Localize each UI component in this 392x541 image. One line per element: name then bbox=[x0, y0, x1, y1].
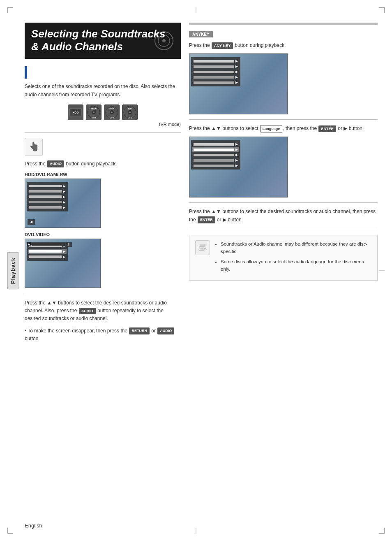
description-text: Selects one of the soundtracks recorded … bbox=[25, 83, 181, 98]
hand-icon bbox=[25, 138, 43, 156]
divider-right-3 bbox=[189, 229, 378, 229]
dvd-screenshot-label: DVD-VIDEO bbox=[25, 232, 181, 237]
hdd-screenshot: ▶ ▶ ▶ ▶ bbox=[25, 179, 101, 228]
dvd-rw-icon: DVD RW bbox=[122, 104, 138, 120]
right-screenshot-2: ▶ ▶ ▶ ▶ bbox=[189, 137, 288, 197]
right-screenshot-2-container: ▶ ▶ ▶ ▶ bbox=[189, 137, 378, 197]
r2-menu-row-1: ▶ bbox=[192, 142, 239, 147]
center-mark-bottom bbox=[196, 528, 196, 534]
vr-mode-label: (VR mode) bbox=[25, 122, 181, 127]
corner-mark-tr bbox=[379, 7, 385, 13]
page-title: Selecting the Soundtracks & Audio Channe… bbox=[31, 28, 174, 53]
right-step3-text: Press the ▲▼ buttons to select the desir… bbox=[189, 208, 378, 223]
note-item-1: Soundtracks or Audio channel may be diff… bbox=[221, 240, 371, 255]
right-menu-overlay-1: ▶ ▶ ▶ ▶ bbox=[191, 57, 240, 86]
r-menu-row-5: ▶ bbox=[192, 80, 239, 85]
hdd-menu-overlay: ▶ ▶ ▶ ▶ bbox=[27, 182, 68, 211]
svg-point-2 bbox=[162, 39, 166, 42]
divider-right-1 bbox=[189, 119, 378, 120]
svg-text:DVD: DVD bbox=[110, 116, 114, 119]
r-menu-row-4: ▶ bbox=[192, 74, 239, 80]
footer-language: English bbox=[25, 522, 42, 529]
return-key-button: RETURN bbox=[129, 327, 150, 334]
menu-row-2: ▶ bbox=[28, 189, 67, 194]
dvd-ram-icon: DVD RAM bbox=[104, 104, 120, 120]
divider-2 bbox=[25, 294, 181, 294]
divider-1 bbox=[25, 132, 181, 133]
dvd-menu-row-2: ▶ bbox=[28, 249, 67, 254]
right-screenshot-1: ▶ ▶ ▶ ▶ bbox=[189, 53, 288, 114]
svg-text:RW: RW bbox=[128, 107, 132, 110]
section-marker bbox=[25, 66, 27, 79]
svg-point-8 bbox=[93, 111, 95, 113]
device-dvd-video: DVD VIDEO bbox=[86, 104, 101, 120]
r2-menu-row-3: ▶ bbox=[192, 152, 239, 158]
left-step1-text: Press the AUDIO button during playback. bbox=[25, 160, 181, 168]
device-hdd: HDD bbox=[68, 104, 83, 120]
svg-text:VIDEO: VIDEO bbox=[90, 107, 97, 110]
sidebar-playback-tab: Playback bbox=[7, 252, 18, 289]
left-column: Selecting the Soundtracks & Audio Channe… bbox=[25, 23, 181, 347]
play-button-overlay: ◀ bbox=[28, 219, 35, 225]
menu-row-3: ▶ bbox=[28, 194, 67, 200]
svg-text:DVD: DVD bbox=[92, 116, 96, 119]
corner-mark-br bbox=[379, 528, 385, 534]
dvd-menu-row-3: ▶ bbox=[28, 254, 67, 260]
left-step2-bullet: • To make the screen disappear, then pre… bbox=[25, 327, 181, 343]
hdd-screenshot-container: HDD/DVD-RAM/-RW ▶ ▶ bbox=[25, 172, 181, 228]
device-icons-row: HDD DVD VIDEO bbox=[25, 104, 181, 120]
r-menu-row-1: ▶ bbox=[192, 58, 239, 64]
menu-row-1: ▶ bbox=[28, 183, 67, 189]
enter-key-button: ENTER bbox=[318, 125, 336, 132]
right-column: ANYKEY Press the ANY KEY button during p… bbox=[189, 23, 378, 347]
r-menu-row-2: ▶ bbox=[192, 64, 239, 69]
center-mark-top bbox=[196, 7, 196, 13]
hdd-icon: HDD bbox=[68, 104, 83, 120]
device-dvd-rw: DVD RW bbox=[122, 104, 138, 120]
menu-row-5: ▶ bbox=[28, 205, 67, 210]
svg-text:HDD: HDD bbox=[72, 111, 78, 114]
audio-key-button3: AUDIO bbox=[157, 327, 174, 334]
note-icon bbox=[195, 240, 210, 255]
corner-mark-tl bbox=[7, 7, 13, 13]
dvd-video-icon: DVD VIDEO bbox=[86, 104, 101, 120]
device-dvd-ram: DVD RAM bbox=[104, 104, 120, 120]
title-box: Selecting the Soundtracks & Audio Channe… bbox=[25, 23, 181, 59]
r2-menu-row-4: ▶ bbox=[192, 158, 239, 163]
two-column-layout: Selecting the Soundtracks & Audio Channe… bbox=[25, 23, 378, 347]
right-step2-text: Press the ▲▼ buttons to select Language,… bbox=[189, 125, 378, 132]
note-item-2: Some discs allow you to select the audio… bbox=[221, 258, 371, 273]
right-screenshot-1-container: ▶ ▶ ▶ ▶ bbox=[189, 53, 378, 114]
center-mark-right bbox=[379, 270, 385, 271]
title-decorative-icon bbox=[154, 30, 174, 51]
enter-key-button2: ENTER bbox=[198, 216, 215, 223]
dvd-screenshot-container: DVD-VIDEO ▶ ▶ ▶ bbox=[25, 232, 181, 288]
right-step1-text: Press the ANY KEY button during playback… bbox=[189, 42, 378, 49]
divider-right-2 bbox=[189, 202, 378, 203]
svg-point-13 bbox=[111, 111, 113, 113]
anykey-badge: ANYKEY bbox=[189, 31, 213, 37]
hdd-screenshot-label: HDD/DVD-RAM/-RW bbox=[25, 172, 181, 177]
r2-menu-row-2: ▶ bbox=[192, 147, 239, 152]
anykey-button: ANY KEY bbox=[212, 42, 233, 49]
r-menu-row-3: ▶ bbox=[192, 69, 239, 74]
language-key: Language bbox=[260, 125, 283, 132]
top-accent-bar bbox=[189, 23, 378, 25]
r2-menu-row-5: ▶ bbox=[192, 163, 239, 168]
svg-point-18 bbox=[129, 111, 131, 113]
left-step2-text: Press the ▲▼ buttons to select the desir… bbox=[25, 299, 181, 323]
right-menu-overlay-2: ▶ ▶ ▶ ▶ bbox=[191, 140, 240, 169]
svg-text:DVD: DVD bbox=[128, 116, 132, 119]
audio-key-button2: AUDIO bbox=[79, 308, 96, 314]
dvd-screenshot: ▶ ▶ ▶ ▶ ⇕ bbox=[25, 239, 101, 288]
note-content: Soundtracks or Audio channel may be diff… bbox=[215, 240, 371, 276]
svg-text:RAM: RAM bbox=[109, 107, 114, 110]
corner-mark-bl bbox=[7, 528, 13, 534]
note-box: Soundtracks or Audio channel may be diff… bbox=[189, 235, 378, 281]
audio-key-button: AUDIO bbox=[47, 160, 64, 167]
menu-row-4: ▶ bbox=[28, 200, 67, 205]
main-content: Selecting the Soundtracks & Audio Channe… bbox=[25, 23, 378, 518]
